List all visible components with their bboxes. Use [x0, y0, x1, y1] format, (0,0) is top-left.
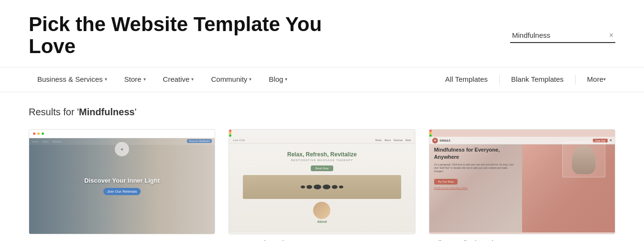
meditation-secondary-link: Check out our upcoming events: [434, 186, 518, 189]
nav-blank-templates[interactable]: Blank Templates: [502, 67, 573, 92]
stone: [339, 186, 343, 188]
retreat-overlay: Discover Your Inner Light Join Our Retre…: [84, 177, 160, 195]
nav-item-blog[interactable]: Blog ▾: [260, 67, 296, 92]
template-thumbnail-massage: Lisa Cole Home About Services Book Relax…: [229, 129, 415, 234]
template-card-meditation[interactable]: ✦ DREEZ Free Trial ≡ Mindfulness for Eve…: [429, 129, 615, 241]
results-query: Mindfulness: [79, 107, 135, 117]
nav-label-store: Store: [124, 75, 142, 83]
browser-bar: [29, 130, 215, 138]
nav-label-creative: Creative: [163, 75, 190, 83]
massage-portrait: [313, 202, 330, 219]
meditation-left-content: Mindfulness for Everyone, Anywhere I'm a…: [434, 146, 518, 189]
chevron-down-icon: ▾: [603, 77, 606, 82]
nav-item-store[interactable]: Store ▾: [116, 67, 154, 92]
results-title: Results for 'Mindfulness': [29, 107, 615, 118]
chevron-down-icon: ▾: [285, 77, 287, 82]
massage-headline: Relax, Refresh, Revitalize: [287, 151, 357, 158]
nav-all-templates[interactable]: All Templates: [436, 67, 497, 92]
chevron-down-icon: ▾: [191, 77, 194, 82]
nav-more[interactable]: More ▾: [578, 67, 615, 92]
massage-nav: Lisa Cole Home About Services Book: [229, 137, 415, 143]
nav-bar: Business & Services ▾ Store ▾ Creative ▾…: [0, 67, 644, 92]
menu-icon: ≡: [610, 138, 612, 142]
browser-dot-red: [33, 132, 35, 135]
template-card-retreat[interactable]: Home About Retreats Discover Meditation …: [29, 129, 215, 241]
chevron-down-icon: ▾: [249, 77, 251, 82]
massage-cta: Book Now: [311, 165, 333, 171]
nav-label-community: Community: [211, 75, 247, 83]
search-container: ×: [510, 28, 615, 43]
template-name-massage: Massage Therapist: [229, 239, 415, 241]
stone: [314, 185, 321, 189]
search-clear-button[interactable]: ×: [607, 32, 615, 39]
retreat-tagline: Discover Your Inner Light: [84, 177, 160, 185]
chevron-down-icon: ▾: [105, 77, 107, 82]
search-input[interactable]: [510, 28, 615, 43]
nav-divider-2: [575, 75, 576, 85]
meditation-content: ✦ DREEZ Free Trial ≡ Mindfulness for Eve…: [429, 137, 615, 232]
retreat-cta: Join Our Retreats: [103, 188, 141, 195]
stone: [306, 185, 312, 189]
template-name-retreat: Retreat: [29, 239, 215, 241]
massage-subheadline: RESTORATIVE MASSAGE THERAPY: [291, 159, 353, 162]
template-thumbnail-meditation: ✦ DREEZ Free Trial ≡ Mindfulness for Eve…: [429, 129, 615, 234]
results-section: Results for 'Mindfulness' Home About Ret…: [0, 92, 644, 241]
meditation-cta: Try For Free: [434, 179, 458, 185]
nav-item-community[interactable]: Community ▾: [202, 67, 260, 92]
browser-bar-2: [229, 130, 415, 137]
massage-nav-name: Lisa Cole: [233, 139, 245, 142]
massage-nav-links: Home About Services Book: [375, 139, 411, 142]
chevron-down-icon: ▾: [143, 77, 146, 82]
massage-content: Lisa Cole Home About Services Book Relax…: [229, 137, 415, 232]
meditation-body: I'm a paragraph. Click here to add your …: [434, 163, 518, 173]
nav-label-blog: Blog: [269, 75, 283, 83]
meditation-brand-label: DREEZ: [440, 139, 451, 142]
page-header: Pick the Website Template You Love ×: [0, 0, 644, 67]
template-name-meditation: Online Meditation Classes: [429, 239, 615, 241]
page-title: Pick the Website Template You Love: [29, 13, 339, 57]
meditation-person-silhouette: [572, 145, 596, 174]
browser-dot-yellow: [37, 132, 40, 135]
massage-about-label: About: [317, 220, 327, 223]
nav-right: All Templates Blank Templates More ▾: [436, 67, 615, 92]
stone: [323, 185, 330, 189]
stone: [301, 186, 305, 188]
template-grid: Home About Retreats Discover Meditation …: [29, 129, 615, 241]
nav-divider: [499, 75, 500, 85]
meditation-logo-icon: ✦: [432, 138, 438, 143]
massage-stones: [243, 175, 401, 199]
results-title-prefix: Results for ': [29, 107, 79, 117]
nav-left: Business & Services ▾ Store ▾ Creative ▾…: [29, 67, 296, 92]
browser-dot-green: [42, 132, 44, 135]
template-card-massage[interactable]: Lisa Cole Home About Services Book Relax…: [229, 129, 415, 241]
template-thumbnail-retreat: Home About Retreats Discover Meditation …: [29, 129, 215, 234]
retreat-content: Home About Retreats Discover Meditation …: [29, 138, 215, 234]
meditation-nav-logo: ✦ DREEZ: [432, 138, 451, 143]
nav-label-business: Business & Services: [37, 75, 103, 83]
stone: [332, 185, 338, 189]
meditation-inner-frame: [562, 142, 605, 177]
browser-bar-3: [429, 130, 615, 137]
nav-item-business[interactable]: Business & Services ▾: [29, 67, 116, 92]
nav-item-creative[interactable]: Creative ▾: [154, 67, 203, 92]
meditation-heading: Mindfulness for Everyone, Anywhere: [434, 146, 518, 160]
